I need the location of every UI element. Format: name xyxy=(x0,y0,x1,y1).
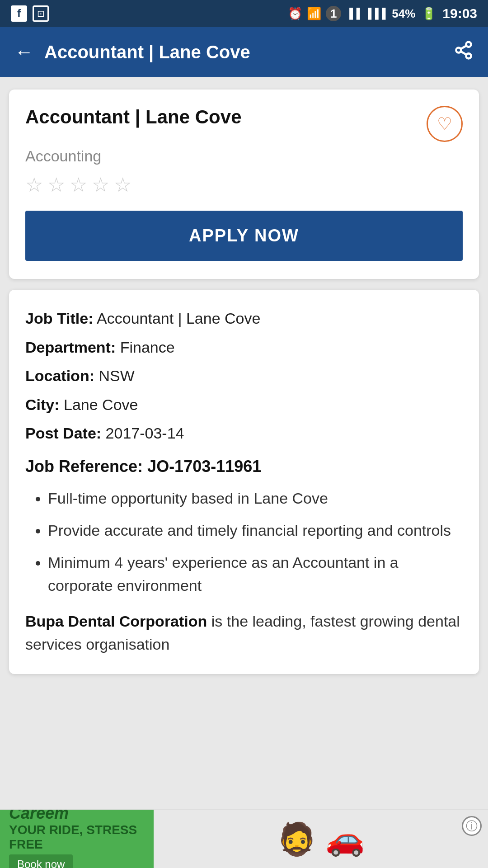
city-value: Lane Cove xyxy=(64,396,138,413)
ad-right-section: 🧔 🚗 ⓘ xyxy=(154,810,488,868)
city-label: City: xyxy=(25,396,60,413)
status-bar: f ⊡ ⏰ 📶 1 ▐▐ ▐▐▐ 54% 🔋 19:03 xyxy=(0,0,488,27)
page-title: Accountant | Lane Cove xyxy=(44,42,454,62)
job-card-title: Accountant | Lane Cove xyxy=(25,106,427,128)
star-3[interactable]: ☆ xyxy=(70,173,87,196)
heart-icon: ♡ xyxy=(437,114,452,134)
status-bar-right-icons: ⏰ 📶 1 ▐▐ ▐▐▐ 54% 🔋 19:03 xyxy=(288,6,477,21)
bullet-2: Provide accurate and timely financial re… xyxy=(48,519,463,542)
job-title-value: Accountant | Lane Cove xyxy=(97,310,260,327)
ad-banner[interactable]: Careem YOUR RIDE, STRESS FREE Book now 🧔… xyxy=(0,809,488,868)
job-details-card: Job Title: Accountant | Lane Cove Depart… xyxy=(9,290,479,674)
clock: 19:03 xyxy=(442,6,477,21)
star-4[interactable]: ☆ xyxy=(92,173,109,196)
star-2[interactable]: ☆ xyxy=(47,173,65,196)
department-label: Department: xyxy=(25,339,116,356)
job-title-row: Job Title: Accountant | Lane Cove xyxy=(25,308,463,330)
star-1[interactable]: ☆ xyxy=(25,173,43,196)
job-reference-label: Job Reference: xyxy=(25,457,143,476)
apply-now-button[interactable]: APPLY NOW xyxy=(25,211,463,261)
back-button[interactable]: ← xyxy=(14,41,33,63)
ad-brand: Careem xyxy=(9,809,69,823)
bottom-spacer xyxy=(9,685,479,748)
bullet-1: Full-time opportunity based in Lane Cove xyxy=(48,487,463,510)
app-header: ← Accountant | Lane Cove xyxy=(0,27,488,77)
system-icons: ⏰ 📶 1 ▐▐ ▐▐▐ xyxy=(288,6,385,21)
ad-left-section: Careem YOUR RIDE, STRESS FREE Book now xyxy=(0,810,154,868)
ad-car-graphic: 🧔 🚗 xyxy=(277,821,365,858)
battery-indicator: 54% xyxy=(392,7,415,21)
main-content: Accountant | Lane Cove ♡ Accounting ☆ ☆ … xyxy=(0,77,488,761)
department-row: Department: Finance xyxy=(25,337,463,359)
city-row: City: Lane Cove xyxy=(25,394,463,416)
favorite-button[interactable]: ♡ xyxy=(427,106,463,142)
job-reference-value: JO-1703-11961 xyxy=(147,457,261,476)
post-date-row: Post Date: 2017-03-14 xyxy=(25,423,463,444)
alarm-icon: ⏰ xyxy=(288,7,302,21)
image-icon: ⊡ xyxy=(33,5,49,22)
battery-icon: 🔋 xyxy=(422,7,436,21)
notification-icon: 1 xyxy=(326,6,341,21)
ad-character-icon: 🧔 xyxy=(277,821,316,858)
svg-line-4 xyxy=(461,45,467,48)
post-date-label: Post Date: xyxy=(25,425,101,442)
company-description: Bupa Dental Corporation is the leading, … xyxy=(25,610,463,656)
ad-tagline: YOUR RIDE, STRESS FREE xyxy=(9,823,145,852)
job-card: Accountant | Lane Cove ♡ Accounting ☆ ☆ … xyxy=(9,90,479,279)
post-date-value: 2017-03-14 xyxy=(106,425,184,442)
job-reference: Job Reference: JO-1703-11961 xyxy=(25,457,463,476)
ad-book-button[interactable]: Book now xyxy=(9,854,73,868)
star-5[interactable]: ☆ xyxy=(114,173,131,196)
location-value: NSW xyxy=(99,367,134,384)
department-value: Finance xyxy=(120,339,175,356)
job-card-header: Accountant | Lane Cove ♡ xyxy=(25,106,463,142)
company-name: Bupa Dental Corporation xyxy=(25,613,207,630)
location-label: Location: xyxy=(25,367,94,384)
wifi-icon: 📶 xyxy=(307,7,321,21)
job-bullets: Full-time opportunity based in Lane Cove… xyxy=(25,487,463,597)
facebook-icon: f xyxy=(11,5,27,22)
ad-car-icon: 🚗 xyxy=(325,821,365,858)
share-button[interactable] xyxy=(454,40,474,64)
job-category: Accounting xyxy=(25,147,463,165)
status-bar-left-icons: f ⊡ xyxy=(11,5,49,22)
signal-icon: ▐▐▐ xyxy=(364,8,385,19)
star-rating[interactable]: ☆ ☆ ☆ ☆ ☆ xyxy=(25,173,463,196)
location-row: Location: NSW xyxy=(25,365,463,387)
svg-line-3 xyxy=(461,51,467,54)
sim-icon: ▐▐ xyxy=(346,8,360,19)
ad-info-button[interactable]: ⓘ xyxy=(462,816,482,836)
bullet-3: Minimum 4 years' experience as an Accoun… xyxy=(48,551,463,597)
job-title-label: Job Title: xyxy=(25,310,94,327)
